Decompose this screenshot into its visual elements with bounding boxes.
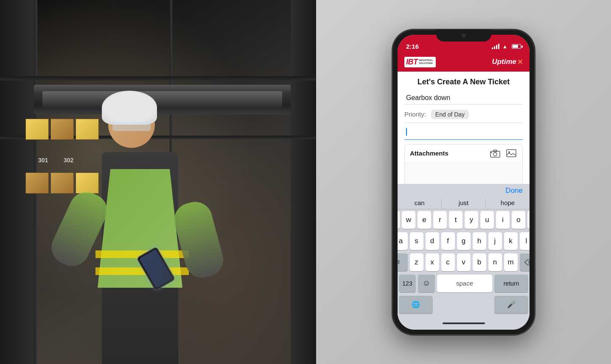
gallery-attach-button[interactable]: [505, 149, 517, 158]
uptime-x-icon: ✕: [517, 58, 523, 66]
key-j[interactable]: j: [488, 232, 502, 250]
key-t[interactable]: t: [449, 211, 462, 229]
return-key[interactable]: return: [494, 275, 528, 292]
key-w[interactable]: w: [402, 211, 415, 229]
uptime-badge: Uptime ✕: [492, 58, 523, 66]
attachments-header: Attachments: [405, 144, 522, 163]
key-z[interactable]: z: [410, 253, 423, 271]
key-r[interactable]: r: [433, 211, 447, 229]
camera-attach-button[interactable]: [489, 149, 501, 158]
key-f[interactable]: f: [441, 232, 455, 250]
status-time: 2:16: [406, 43, 419, 50]
key-x[interactable]: x: [426, 253, 439, 271]
key-h[interactable]: h: [473, 232, 486, 250]
notch: [436, 30, 491, 42]
page-title: Let's Create A New Ticket: [398, 72, 530, 92]
home-indicator: [398, 317, 530, 330]
app-content: Let's Create A New Ticket Gearbox down P…: [398, 72, 530, 184]
key-u[interactable]: u: [480, 211, 494, 229]
key-e[interactable]: e: [418, 211, 431, 229]
phone-frame: 2:16 ▲ IBT I: [392, 30, 535, 335]
svg-rect-2: [493, 150, 497, 152]
key-o[interactable]: o: [512, 211, 525, 229]
ticket-title-value: Gearbox down: [406, 94, 450, 101]
description-field[interactable]: [404, 125, 523, 140]
done-bar: Done: [398, 184, 530, 196]
key-k[interactable]: k: [504, 232, 518, 250]
priority-value: End of Day: [431, 110, 469, 119]
svg-rect-3: [491, 152, 492, 153]
key-n[interactable]: n: [488, 253, 502, 271]
text-cursor: [406, 128, 407, 136]
attachment-icons: [489, 149, 517, 158]
ibt-logo-text: IBT: [406, 58, 418, 67]
predictive-word-3[interactable]: hope: [486, 198, 530, 207]
app-header: IBT INDUSTRIALSOLUTIONS Uptime ✕: [398, 53, 530, 72]
attachments-section: Attachments: [404, 144, 523, 184]
key-row-4: 123 ☺ space return: [399, 275, 528, 292]
keyboard-rows: q w e r t y u i o p a s: [398, 209, 530, 317]
key-row-3: ⇧ z x c v b n m: [399, 253, 528, 271]
priority-row[interactable]: Priority: End of Day: [404, 106, 523, 123]
key-row-2: a s d f g h j k l: [399, 232, 528, 250]
ticket-form: Gearbox down Priority: End of Day: [398, 92, 530, 144]
mic-key[interactable]: 🎤: [494, 296, 528, 314]
predictive-word-1[interactable]: can: [398, 198, 442, 207]
key-b[interactable]: b: [473, 253, 486, 271]
attachments-title: Attachments: [410, 150, 448, 157]
warehouse-photo: 301 302: [0, 0, 316, 364]
predictive-bar: can just hope: [398, 196, 530, 209]
phone-screen: 2:16 ▲ IBT I: [398, 35, 530, 330]
key-d[interactable]: d: [426, 232, 439, 250]
attachments-body: [405, 163, 522, 184]
home-bar: [443, 322, 485, 324]
svg-rect-4: [507, 150, 516, 157]
key-s[interactable]: s: [410, 232, 423, 250]
keyboard-area: Done can just hope q w e r t: [398, 184, 530, 330]
globe-key[interactable]: 🌐: [399, 296, 433, 314]
battery-icon: [512, 44, 521, 49]
key-p[interactable]: p: [527, 211, 530, 229]
shelf-label-301: 301: [38, 157, 48, 164]
priority-label: Priority:: [404, 111, 426, 118]
key-v[interactable]: v: [457, 253, 471, 271]
uptime-label: Uptime: [492, 58, 516, 66]
key-l[interactable]: l: [520, 232, 530, 250]
ibt-logo-subtext: INDUSTRIALSOLUTIONS: [419, 59, 433, 64]
key-y[interactable]: y: [465, 211, 478, 229]
ibt-logo: IBT INDUSTRIALSOLUTIONS: [404, 57, 436, 67]
wifi-icon: ▲: [502, 44, 507, 50]
status-icons: ▲: [492, 44, 521, 50]
backspace-key[interactable]: [520, 253, 530, 271]
key-g[interactable]: g: [457, 232, 471, 250]
done-button[interactable]: Done: [505, 186, 523, 195]
emoji-key[interactable]: ☺: [418, 275, 435, 292]
key-row-5: 🌐 🎤: [399, 296, 528, 314]
app-section: 2:16 ▲ IBT I: [316, 0, 611, 364]
shift-key[interactable]: ⇧: [398, 253, 408, 271]
key-a[interactable]: a: [398, 232, 408, 250]
numbers-key[interactable]: 123: [399, 275, 416, 292]
key-q[interactable]: q: [398, 211, 400, 229]
key-c[interactable]: c: [441, 253, 455, 271]
row5-spacer: [435, 296, 492, 314]
ticket-title-field: Gearbox down: [404, 92, 523, 105]
svg-point-1: [493, 153, 497, 156]
space-key[interactable]: space: [437, 275, 492, 292]
predictive-word-2[interactable]: just: [442, 198, 486, 207]
key-i[interactable]: i: [496, 211, 510, 229]
key-m[interactable]: m: [504, 253, 518, 271]
key-row-1: q w e r t y u i o p: [399, 211, 528, 229]
signal-icon: [492, 44, 499, 49]
